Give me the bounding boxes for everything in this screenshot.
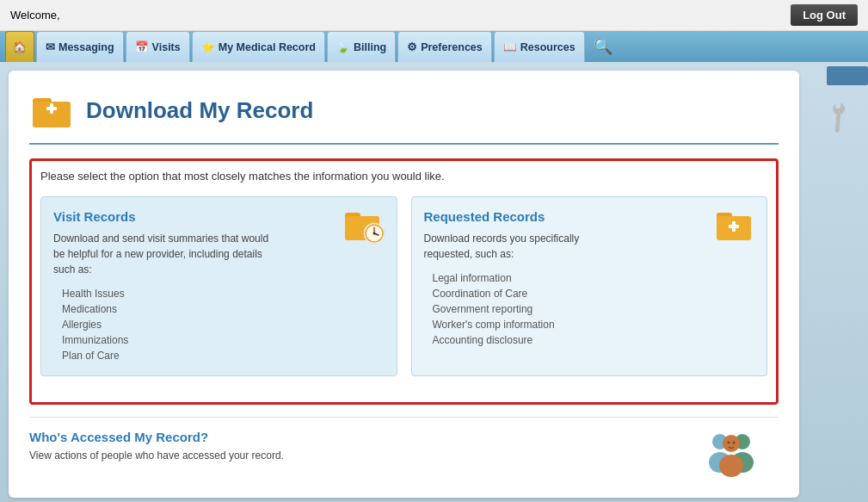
logout-button[interactable]: Log Out	[791, 4, 858, 26]
whos-accessed-text: Who's Accessed My Record? View actions o…	[29, 430, 284, 462]
list-item: Plan of Care	[62, 348, 385, 363]
nav-home[interactable]: 🏠	[5, 31, 34, 62]
whos-accessed-section[interactable]: Who's Accessed My Record? View actions o…	[29, 417, 779, 480]
visit-records-title: Visit Records	[53, 209, 385, 224]
list-item: Accounting disclosure	[433, 332, 755, 348]
welcome-text: Welcome,	[10, 9, 60, 22]
visit-records-desc: Download and send visit summaries that w…	[53, 231, 277, 277]
svg-point-24	[728, 442, 730, 444]
svg-rect-4	[50, 103, 53, 114]
visit-records-card[interactable]: Visit Records Download and send visit su…	[40, 196, 397, 376]
preferences-icon: ⚙	[407, 40, 417, 53]
list-item: Government reporting	[433, 301, 755, 317]
home-icon: 🏠	[13, 40, 27, 53]
nav-item-visits[interactable]: 📅 Visits	[126, 31, 190, 62]
search-icon: 🔍	[594, 37, 613, 56]
main-wrapper: Download My Record Please select the opt…	[0, 62, 868, 502]
svg-point-12	[372, 232, 375, 235]
svg-point-25	[733, 442, 736, 444]
nav-item-messaging[interactable]: ✉ Messaging	[36, 31, 124, 62]
people-icon	[703, 430, 761, 480]
list-item: Coordination of Care	[433, 286, 755, 301]
nav-item-my-medical-record[interactable]: ⭐ My Medical Record	[192, 31, 325, 62]
list-item: Immunizations	[62, 332, 385, 348]
requested-records-title: Requested Records	[424, 209, 755, 224]
requested-records-card[interactable]: Requested Records Download records you s…	[411, 196, 768, 376]
list-item: Medications	[62, 301, 385, 317]
nav-item-preferences[interactable]: ⚙ Preferences	[397, 31, 492, 62]
visit-records-list: Health Issues Medications Allergies Immu…	[53, 286, 385, 363]
svg-rect-17	[732, 221, 736, 232]
download-record-icon	[29, 88, 74, 133]
whos-accessed-desc: View actions of people who have accessed…	[29, 449, 284, 462]
top-bar: Welcome, Log Out	[0, 0, 868, 31]
content-box: Download My Record Please select the opt…	[9, 71, 799, 498]
whos-accessed-title: Who's Accessed My Record?	[29, 430, 284, 444]
list-item: Worker's comp information	[433, 317, 755, 332]
cards-row: Visit Records Download and send visit su…	[40, 196, 767, 376]
list-item: Legal information	[433, 270, 755, 286]
content-area: Download My Record Please select the opt…	[0, 62, 808, 502]
medical-record-icon: ⭐	[201, 40, 215, 53]
billing-icon: 🍃	[336, 40, 350, 53]
nav-search-button[interactable]: 🔍	[587, 31, 619, 62]
requested-records-desc: Download records you specifically reques…	[424, 231, 596, 262]
resources-icon: 📖	[503, 40, 517, 53]
sidebar-tab	[827, 66, 868, 85]
highlight-region: Please select the option that most close…	[29, 158, 779, 405]
select-prompt: Please select the option that most close…	[40, 170, 767, 183]
nav-item-resources[interactable]: 📖 Resources	[494, 31, 585, 62]
messaging-icon: ✉	[46, 40, 55, 53]
visits-icon: 📅	[135, 40, 149, 53]
visit-records-folder-icon	[343, 206, 388, 250]
page-header: Download My Record	[29, 88, 779, 145]
list-item: Allergies	[62, 317, 385, 332]
svg-point-22	[723, 435, 740, 452]
nav-bar: 🏠 ✉ Messaging 📅 Visits ⭐ My Medical Reco…	[0, 31, 868, 62]
svg-point-23	[719, 455, 743, 477]
requested-records-folder-icon	[715, 208, 756, 248]
wrench-icon	[817, 97, 858, 138]
nav-item-billing[interactable]: 🍃 Billing	[327, 31, 396, 62]
page-title: Download My Record	[86, 97, 313, 124]
right-sidebar	[808, 62, 868, 502]
list-item: Health Issues	[62, 286, 385, 301]
requested-records-list: Legal information Coordination of Care G…	[424, 270, 755, 348]
